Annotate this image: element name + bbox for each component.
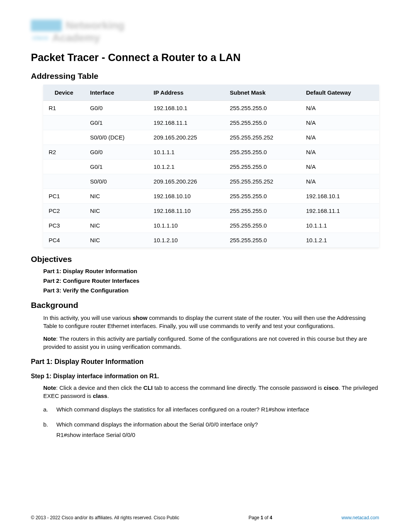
page-number: Page 1 of 4: [249, 515, 272, 520]
table-row: PC3NIC10.1.1.10255.255.255.010.1.1.1: [43, 218, 379, 233]
background-paragraph: In this activity, you will use various s…: [31, 314, 379, 330]
table-cell-interface: G0/1: [85, 160, 148, 174]
table-cell-gw: N/A: [301, 116, 379, 130]
addressing-table: Device Interface IP Address Subnet Mask …: [43, 85, 379, 248]
table-cell-ip: 192.168.10.10: [148, 189, 224, 204]
question-letter-b: b.: [43, 420, 50, 439]
table-cell-ip: 209.165.200.225: [148, 130, 224, 145]
col-device: Device: [43, 85, 85, 101]
col-subnet-mask: Subnet Mask: [224, 85, 300, 101]
table-cell-mask: 255.255.255.0: [224, 204, 300, 218]
cli-bold: CLI: [143, 384, 152, 391]
table-cell-mask: 255.255.255.0: [224, 160, 300, 174]
table-cell-ip: 10.1.1.10: [148, 218, 224, 233]
table-cell-device: [43, 160, 85, 174]
table-cell-mask: 255.255.255.0: [224, 116, 300, 130]
table-cell-device: [43, 116, 85, 130]
table-cell-ip: 10.1.1.1: [148, 145, 224, 160]
table-cell-device: PC1: [43, 189, 85, 204]
question-letter-a: a.: [43, 405, 50, 413]
table-cell-interface: NIC: [85, 204, 148, 218]
show-command-bold: show: [132, 314, 147, 321]
note-label: Note: [43, 335, 56, 342]
addressing-table-heading: Addressing Table: [31, 71, 379, 81]
table-row: R2G0/010.1.1.1255.255.255.0N/A: [43, 145, 379, 160]
question-b-answer: R1#show interface Serial 0/0/0: [56, 431, 379, 439]
table-cell-interface: S0/0/0: [85, 174, 148, 189]
col-default-gateway: Default Gateway: [301, 85, 379, 101]
question-b: b. Which command displays the informatio…: [43, 420, 379, 439]
table-row: G0/110.1.2.1255.255.255.0N/A: [43, 160, 379, 174]
table-cell-ip: 192.168.10.1: [148, 101, 224, 116]
note-label: Note: [43, 384, 56, 391]
logo-area: Networking cisco Academy: [31, 19, 379, 44]
table-row: PC4NIC10.1.2.10255.255.255.010.1.2.1: [43, 233, 379, 248]
table-cell-gw: N/A: [301, 174, 379, 189]
table-row: R1G0/0192.168.10.1255.255.255.0N/A: [43, 101, 379, 116]
col-ip-address: IP Address: [148, 85, 224, 101]
objectives-list: Part 1: Display Router Information Part …: [31, 268, 379, 294]
table-cell-gw: N/A: [301, 160, 379, 174]
table-cell-interface: S0/0/0 (DCE): [85, 130, 148, 145]
table-row: PC1NIC192.168.10.10255.255.255.0192.168.…: [43, 189, 379, 204]
copyright: © 2013 - 2022 Cisco and/or its affiliate…: [31, 515, 179, 520]
table-cell-device: [43, 130, 85, 145]
table-cell-interface: G0/1: [85, 116, 148, 130]
page-title: Packet Tracer - Connect a Router to a LA…: [31, 52, 379, 64]
table-cell-device: [43, 174, 85, 189]
table-row: PC2NIC192.168.11.10255.255.255.0192.168.…: [43, 204, 379, 218]
netacad-link[interactable]: www.netacad.com: [342, 515, 379, 520]
table-cell-device: PC4: [43, 233, 85, 248]
table-cell-mask: 255.255.255.0: [224, 189, 300, 204]
table-cell-device: R2: [43, 145, 85, 160]
page-footer: © 2013 - 2022 Cisco and/or its affiliate…: [31, 515, 379, 520]
question-list: a. Which command displays the statistics…: [31, 405, 379, 439]
table-cell-ip: 209.165.200.226: [148, 174, 224, 189]
table-row: G0/1192.168.11.1255.255.255.0N/A: [43, 116, 379, 130]
logo-line2: Academy: [52, 32, 100, 44]
objective-item: Part 1: Display Router Information: [43, 268, 379, 274]
table-cell-gw: N/A: [301, 145, 379, 160]
table-cell-interface: NIC: [85, 189, 148, 204]
table-cell-interface: NIC: [85, 233, 148, 248]
table-cell-gw: 10.1.1.1: [301, 218, 379, 233]
table-cell-mask: 255.255.255.252: [224, 130, 300, 145]
question-a-text: Which command displays the statistics fo…: [56, 405, 379, 413]
background-note: Note: The routers in this activity are p…: [31, 335, 379, 351]
table-cell-ip: 192.168.11.1: [148, 116, 224, 130]
step1-heading: Step 1: Display interface information on…: [31, 373, 379, 380]
objective-item: Part 3: Verify the Configuration: [43, 287, 379, 294]
objectives-heading: Objectives: [31, 255, 379, 264]
table-cell-interface: NIC: [85, 218, 148, 233]
logo-line1: Networking: [66, 19, 124, 32]
part1-heading: Part 1: Display Router Information: [31, 358, 379, 366]
table-cell-ip: 10.1.2.10: [148, 233, 224, 248]
cisco-password-bold: cisco: [324, 384, 338, 391]
class-password-bold: class: [93, 393, 107, 399]
table-cell-mask: 255.255.255.0: [224, 218, 300, 233]
table-cell-interface: G0/0: [85, 101, 148, 116]
table-row: S0/0/0209.165.200.226255.255.255.252N/A: [43, 174, 379, 189]
background-heading: Background: [31, 301, 379, 310]
table-cell-gw: N/A: [301, 101, 379, 116]
table-cell-device: PC3: [43, 218, 85, 233]
table-header-row: Device Interface IP Address Subnet Mask …: [43, 85, 379, 101]
table-cell-gw: N/A: [301, 130, 379, 145]
question-a: a. Which command displays the statistics…: [43, 405, 379, 413]
table-cell-device: PC2: [43, 204, 85, 218]
table-cell-ip: 192.168.11.10: [148, 204, 224, 218]
table-cell-mask: 255.255.255.0: [224, 145, 300, 160]
table-cell-mask: 255.255.255.0: [224, 101, 300, 116]
objective-item: Part 2: Configure Router Interfaces: [43, 277, 379, 284]
cisco-brand: cisco: [32, 34, 48, 41]
table-cell-mask: 255.255.255.0: [224, 233, 300, 248]
cisco-logo-icon: [31, 20, 62, 31]
question-b-text: Which command displays the information a…: [56, 420, 379, 428]
table-cell-interface: G0/0: [85, 145, 148, 160]
table-cell-gw: 192.168.11.1: [301, 204, 379, 218]
table-cell-ip: 10.1.2.1: [148, 160, 224, 174]
table-cell-gw: 192.168.10.1: [301, 189, 379, 204]
copyright-symbol: ©: [31, 515, 34, 520]
col-interface: Interface: [85, 85, 148, 101]
table-cell-mask: 255.255.255.252: [224, 174, 300, 189]
